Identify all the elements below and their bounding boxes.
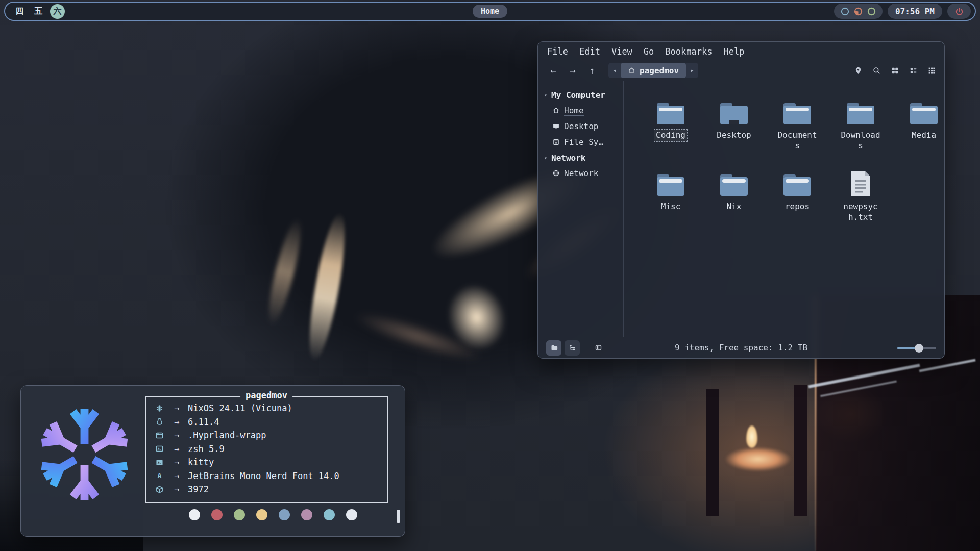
indicator-orange-circle-icon [854,7,863,16]
menu-go[interactable]: Go [644,46,654,57]
workspace-5[interactable]: 五 [31,4,46,19]
shell-icon [153,444,165,453]
file-item-desktop[interactable]: Desktop [702,95,766,167]
tree-view-toggle-button[interactable] [565,340,580,356]
folder-icon [781,167,813,198]
wallpaper-lantern-bar [706,389,719,516]
sidebar-item-desktop[interactable]: Desktop [544,118,623,134]
menu-edit[interactable]: Edit [579,46,600,57]
icon-view-toggle-button[interactable] [546,340,561,356]
wallpaper-hair-strand [263,216,307,327]
folder-icon [550,344,558,352]
file-item-coding[interactable]: Coding [639,95,702,167]
file-item-repos[interactable]: repos [766,167,829,238]
palette-dot [256,509,267,520]
text-file-icon [848,167,873,198]
workspace-4[interactable]: 四 [12,4,27,19]
desktop-icon [552,122,560,130]
collapse-arrow-icon: ▾ [544,155,547,161]
status-bar: 四 五 六 Home 07:56 PM [4,2,976,21]
path-scroll-right-icon[interactable]: ▸ [686,63,698,78]
sidebar-item-network[interactable]: Network [544,165,623,181]
home-icon [628,67,635,74]
file-view: Coding Desktop Documents Downloads Media [624,81,955,337]
path-bar: ◂ pagedmov ▸ [608,63,698,78]
file-item-misc[interactable]: Misc [639,167,702,238]
file-item-newpsych-txt[interactable]: newpsych.txt [829,167,892,238]
fastfetch-row-font: A → JetBrains Mono Nerd Font 14.0 [153,469,380,483]
location-pin-icon[interactable] [854,66,863,75]
fastfetch-hostname: pagedmov [240,390,292,400]
menu-view[interactable]: View [611,46,632,57]
fastfetch-info-box: pagedmov → NixOS 24.11 (Vicuna) [145,396,388,503]
file-item-nix[interactable]: Nix [702,167,766,238]
clock: 07:56 PM [888,4,942,19]
up-button[interactable]: ↑ [585,65,599,76]
palette-dot [324,509,335,520]
hard-drive-icon [552,138,560,146]
compact-view-icon[interactable] [927,66,936,75]
zoom-slider[interactable] [897,343,936,353]
home-icon [552,107,560,114]
sidebar-section-network[interactable]: ▾ Network [544,150,623,165]
fastfetch-row-os: → NixOS 24.11 (Vicuna) [153,402,380,415]
palette-dot [346,509,357,520]
fastfetch-row-packages: → 3972 [153,483,380,496]
file-item-documents[interactable]: Documents [766,95,829,167]
fastfetch-row-shell: → zsh 5.9 [153,442,380,456]
search-icon[interactable] [872,66,881,75]
list-view-icon[interactable] [909,66,918,75]
collapse-arrow-icon: ▾ [544,92,547,98]
back-button[interactable]: ← [546,65,560,76]
sidebar: ▾ My Computer Home Desktop [538,81,624,337]
menu-bookmarks[interactable]: Bookmarks [665,46,712,57]
path-segment-home[interactable]: pagedmov [621,63,686,78]
folder-icon [655,95,687,127]
menubar: File Edit View Go Bookmarks Help [538,42,944,60]
file-item-media[interactable]: Media [892,95,955,167]
palette-dot [279,509,290,520]
menu-file[interactable]: File [547,46,568,57]
statusbar-separator [585,342,585,354]
font-icon: A [153,471,165,480]
nixos-logo [32,402,137,507]
folder-icon [718,167,750,198]
window-statusbar: 9 items, Free space: 1.2 TB [538,337,944,358]
folder-icon [845,95,876,127]
active-window-title: Home [473,5,507,18]
svg-text:A: A [157,472,161,480]
path-scroll-left-icon[interactable]: ◂ [608,63,621,78]
icon-view-icon[interactable] [891,66,899,75]
items-summary: 9 items, Free space: 1.2 TB [675,343,807,353]
terminal-color-palette [189,509,388,520]
sidebar-item-home[interactable]: Home [544,103,623,118]
power-button[interactable] [947,4,971,19]
palette-dot [301,509,312,520]
menu-help[interactable]: Help [723,46,744,57]
wallpaper-lantern-bar [794,385,807,516]
terminal-window: pagedmov → NixOS 24.11 (Vicuna) [20,385,405,537]
toolbar: ← → ↑ ◂ pagedmov ▸ [538,60,944,81]
fastfetch-row-terminal: → kitty [153,456,380,469]
nixos-icon [153,404,165,413]
tree-icon [569,344,576,352]
sidebar-item-file-system[interactable]: File Sy… [544,134,623,150]
terminal-scrollbar[interactable] [397,510,400,523]
palette-dot [234,509,245,520]
fastfetch-row-wm: → .Hyprland-wrapp [153,429,380,442]
side-panel-toggle-button[interactable] [591,340,606,356]
indicator-blue-circle-icon [841,7,849,16]
folder-icon [781,95,813,127]
sidebar-section-my-computer[interactable]: ▾ My Computer [544,87,623,103]
file-item-downloads[interactable]: Downloads [829,95,892,167]
indicator-green-circle-icon [867,7,876,16]
slider-thumb[interactable] [915,344,923,353]
palette-dot [189,509,200,520]
workspace-6-active[interactable]: 六 [50,4,65,19]
folder-icon [655,167,687,198]
window-manager-icon [153,431,165,440]
power-icon [955,7,964,16]
forward-button[interactable]: → [566,65,580,76]
wallpaper-candle-cup [725,447,791,471]
desktop-folder-icon [718,95,750,127]
